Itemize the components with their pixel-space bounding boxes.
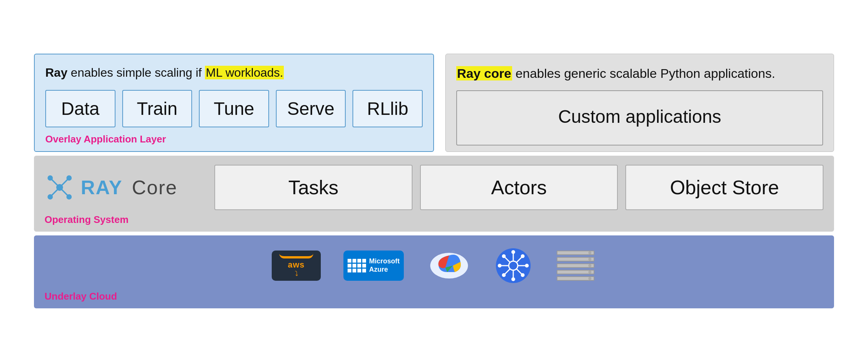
ray-core-brand-text: RAY Core (81, 176, 177, 199)
os-label: Operating System (45, 214, 823, 226)
azure-provider-icon: MicrosoftAzure (343, 251, 404, 281)
svg-point-8 (66, 194, 72, 200)
ray-core-description-box: Ray core enables generic scalable Python… (445, 54, 834, 152)
svg-point-25 (521, 273, 525, 277)
azure-text: MicrosoftAzure (369, 257, 400, 274)
overlay-modules: Data Train Tune Serve RLlib (45, 90, 423, 127)
os-content: RAY Core Tasks Actors Object Store (45, 165, 823, 210)
ml-workloads-highlight: ML workloads. (205, 66, 284, 79)
ray-core-brand: RAY Core (45, 172, 203, 203)
azure-grid-cell (348, 264, 351, 268)
svg-point-23 (525, 264, 529, 268)
server-rack-1 (557, 251, 594, 255)
module-rllib: RLlib (352, 90, 423, 127)
overlay-description: Ray enables simple scaling if ML workloa… (45, 65, 423, 81)
overlay-layer-label: Overlay Application Layer (45, 133, 423, 145)
operating-system-row: RAY Core Tasks Actors Object Store Opera… (34, 156, 834, 232)
aws-arc (279, 254, 313, 258)
server-rack-5 (557, 276, 594, 281)
azure-grid-cell (357, 259, 361, 263)
svg-point-22 (498, 264, 502, 268)
ray-core-desc-text: enables generic scalable Python applicat… (512, 66, 775, 80)
underlay-cloud-label: Underlay Cloud (45, 291, 117, 302)
module-tune: Tune (199, 90, 269, 127)
azure-grid-cell (362, 259, 366, 263)
aws-smile: ⤵ (295, 270, 298, 278)
azure-grid (348, 259, 366, 272)
server-rack-icon (555, 251, 596, 281)
module-train: Train (122, 90, 192, 127)
os-modules: Tasks Actors Object Store (214, 165, 823, 210)
svg-point-27 (502, 273, 506, 277)
server-rack-4 (557, 270, 594, 274)
module-data: Data (45, 90, 115, 127)
svg-point-24 (502, 254, 506, 258)
custom-applications-box: Custom applications (456, 90, 823, 145)
ray-brand: Ray (45, 66, 68, 79)
svg-point-6 (48, 194, 53, 200)
underlay-cloud-row: aws ⤵ Micros (34, 235, 834, 308)
module-actors: Actors (420, 165, 618, 210)
top-row: Ray enables simple scaling if ML workloa… (34, 54, 834, 152)
ray-core-description: Ray core enables generic scalable Python… (456, 65, 823, 83)
module-serve: Serve (276, 90, 346, 127)
azure-grid-cell (362, 269, 366, 272)
azure-grid-cell (362, 264, 366, 268)
svg-point-26 (521, 254, 525, 258)
kubernetes-icon (494, 247, 532, 285)
aws-provider-icon: aws ⤵ (272, 251, 321, 281)
svg-point-20 (511, 250, 515, 254)
svg-point-2 (48, 175, 53, 181)
aws-text: aws (288, 260, 305, 270)
azure-grid-cell (352, 269, 356, 272)
cloud-providers: aws ⤵ Micros (45, 247, 823, 285)
overlay-desc-middle: enables simple scaling if (68, 66, 205, 79)
azure-grid-cell (352, 264, 356, 268)
ray-logo-icon (45, 172, 75, 203)
azure-grid-cell (357, 264, 361, 268)
module-tasks: Tasks (214, 165, 412, 210)
azure-grid-cell (357, 269, 361, 272)
main-container: Ray enables simple scaling if ML workloa… (19, 42, 849, 320)
svg-point-21 (511, 277, 515, 281)
ray-core-highlight: Ray core (456, 66, 512, 80)
azure-grid-cell (352, 259, 356, 263)
overlay-application-layer: Ray enables simple scaling if ML workloa… (34, 54, 434, 152)
svg-point-4 (66, 175, 72, 181)
core-word: Core (126, 176, 177, 198)
ray-word: RAY (81, 176, 123, 198)
server-rack-3 (557, 263, 594, 268)
module-object-store: Object Store (625, 165, 823, 210)
azure-grid-cell (348, 269, 351, 272)
server-rack-2 (557, 257, 594, 261)
azure-grid-cell (348, 259, 351, 263)
google-cloud-icon (426, 249, 472, 283)
